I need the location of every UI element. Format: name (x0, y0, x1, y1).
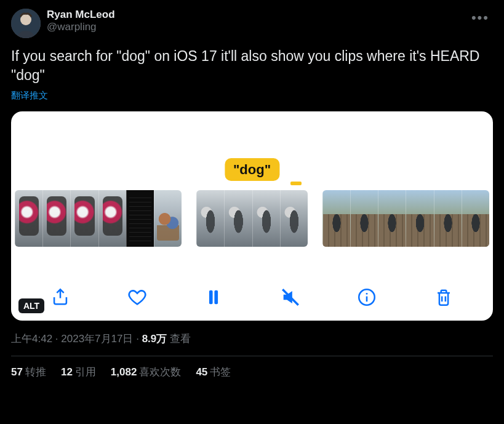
clip-frame (350, 190, 378, 247)
video-timeline[interactable] (11, 190, 493, 247)
bookmarks-stat[interactable]: 45书签 (196, 365, 231, 379)
tweet-time: 上午4:42 (11, 333, 52, 345)
clip-group[interactable] (196, 190, 308, 247)
quotes-stat[interactable]: 12引用 (61, 365, 96, 379)
info-icon[interactable] (353, 284, 380, 311)
tweet-header: Ryan McLeod @warpling ••• (11, 9, 493, 38)
tweet-text: If you search for "dog" on iOS 17 it'll … (11, 47, 493, 85)
svg-rect-2 (209, 290, 213, 305)
clip-frame (42, 190, 70, 247)
tweet-media[interactable]: "dog" (11, 111, 493, 321)
svg-rect-3 (215, 290, 218, 305)
clip-frame (224, 190, 252, 247)
retweets-stat[interactable]: 57转推 (11, 365, 46, 379)
clip-frame (462, 190, 489, 247)
svg-point-7 (366, 293, 368, 295)
author-block[interactable]: Ryan McLeod @warpling (47, 9, 462, 33)
views-count: 8.9万 (142, 333, 167, 345)
svg-point-1 (20, 14, 31, 25)
clip-group[interactable] (322, 190, 489, 247)
clip-frame (434, 190, 462, 247)
clip-frame (154, 190, 182, 247)
views-label: 查看 (167, 333, 191, 345)
tweet-date: 2023年7月17日 (61, 333, 133, 345)
clip-frame (126, 190, 154, 247)
likes-stat[interactable]: 1,082喜欢次数 (111, 365, 182, 379)
clip-frame (252, 190, 280, 247)
author-handle: @warpling (47, 21, 462, 33)
alt-badge[interactable]: ALT (18, 298, 44, 313)
clip-frame (406, 190, 433, 247)
clip-group[interactable] (15, 190, 182, 247)
pause-icon[interactable] (200, 284, 227, 311)
caption-cursor-icon (290, 182, 302, 185)
search-term-label: "dog" (225, 158, 279, 181)
tweet-container: Ryan McLeod @warpling ••• If you search … (0, 0, 504, 385)
heart-icon[interactable] (124, 284, 151, 311)
mute-icon[interactable] (277, 284, 304, 311)
more-options-button[interactable]: ••• (468, 9, 493, 27)
trash-icon[interactable] (430, 284, 457, 311)
clip-frame (196, 190, 224, 247)
clip-frame (98, 190, 126, 247)
clip-frame (70, 190, 98, 247)
clip-frame (280, 190, 308, 247)
display-name: Ryan McLeod (47, 9, 462, 21)
tweet-stats: 57转推 12引用 1,082喜欢次数 45书签 (11, 356, 493, 379)
share-icon[interactable] (47, 284, 74, 311)
avatar[interactable] (11, 9, 41, 38)
clip-frame (15, 190, 42, 247)
media-toolbar (11, 284, 493, 311)
clip-frame (322, 190, 350, 247)
translate-link[interactable]: 翻译推文 (11, 90, 48, 102)
tweet-meta[interactable]: 上午4:42 · 2023年7月17日 · 8.9万 查看 (11, 332, 493, 346)
clip-frame (378, 190, 406, 247)
